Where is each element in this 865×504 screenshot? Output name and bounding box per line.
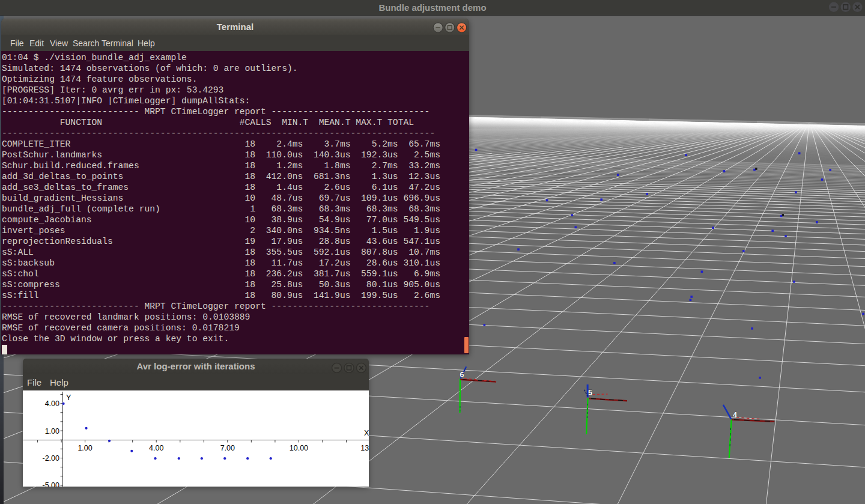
svg-text:13.00: 13.00 [360,444,369,452]
svg-text:X: X [364,429,369,437]
svg-text:7.00: 7.00 [220,444,235,452]
svg-text:-2.00: -2.00 [43,454,60,463]
svg-text:1.00: 1.00 [77,444,92,452]
svg-text:1.00: 1.00 [45,427,59,436]
svg-text:5: 5 [588,389,592,397]
svg-text:4.00: 4.00 [149,444,163,452]
svg-text:-5.00: -5.00 [43,481,60,487]
svg-text:Y: Y [66,393,71,402]
svg-text:10.00: 10.00 [290,444,308,452]
svg-text:4.00: 4.00 [45,399,59,408]
svg-text:4: 4 [733,411,737,419]
svg-text:6: 6 [460,371,464,379]
